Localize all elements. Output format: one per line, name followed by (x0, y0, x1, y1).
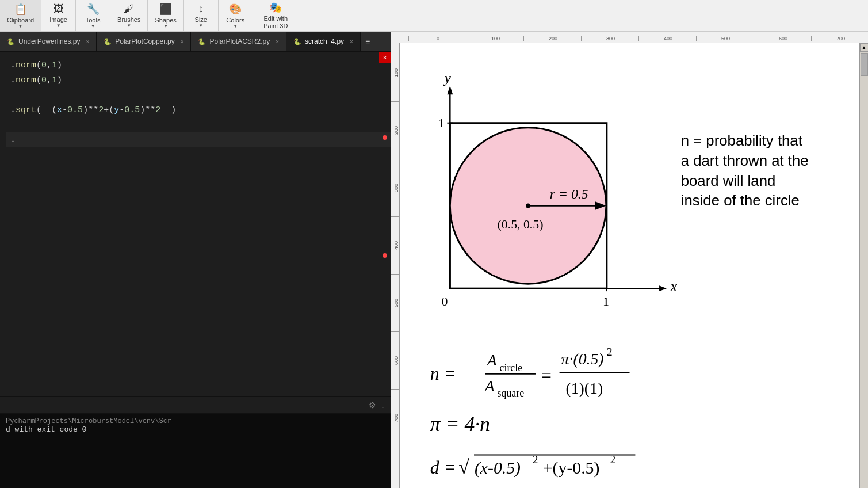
paint-toolbar: 📋 Clipboard ▼ 🖼 Image ▼ 🔧 Tools ▼ 🖌 Brus… (0, 0, 868, 32)
svg-text:2: 2 (533, 453, 538, 466)
close-icon-4[interactable]: × (350, 39, 353, 45)
ruler-top-marks: 0 100 200 300 400 500 600 700 (408, 36, 868, 41)
close-icon-1[interactable]: × (86, 39, 89, 45)
svg-text:n = probability that: n = probability that (681, 132, 802, 148)
svg-text:π·(0.5): π·(0.5) (561, 350, 604, 368)
terminal-path: PycharmProjects\MicroburstModel\venv\Scr (6, 417, 385, 425)
tab-polarplotcopper[interactable]: 🐍 PolarPlotCopper.py × (97, 32, 191, 51)
clipboard-label: Clipboard (7, 17, 34, 24)
svg-text:x: x (670, 278, 678, 295)
red-dot-1 (383, 135, 387, 140)
shapes-label: Shapes (155, 17, 176, 24)
ruler-mark-700: 700 (811, 36, 868, 41)
settings-icon[interactable]: ⚙ (369, 401, 376, 410)
svg-text:A: A (486, 351, 498, 369)
svg-text:√: √ (458, 456, 469, 478)
terminal-exit: d with exit code 0 (6, 425, 385, 434)
svg-text:n =: n = (430, 364, 456, 384)
code-line-5-empty (6, 117, 391, 132)
tools-arrow: ▼ (91, 24, 95, 29)
toolbar-brushes[interactable]: 🖌 Brushes ▼ (110, 0, 148, 31)
scroll-thumb[interactable] (861, 53, 868, 76)
ruler-mark-400: 400 (638, 36, 696, 41)
ruler-left-200: 200 (391, 102, 399, 159)
tab-bar: 🐍 UnderPowerlines.py × 🐍 PolarPlotCopper… (0, 32, 391, 52)
scrollbar-vertical[interactable]: ▲ (859, 43, 868, 488)
tab-underpowerlines[interactable]: 🐍 UnderPowerlines.py × (0, 32, 97, 51)
svg-text:a dart thrown at the: a dart thrown at the (681, 152, 809, 169)
brushes-label: Brushes (117, 16, 140, 23)
svg-text:circle: circle (500, 362, 523, 373)
svg-text:inside of the circle: inside of the circle (681, 192, 800, 208)
svg-text:π = 4·n: π = 4·n (430, 413, 490, 436)
ruler-left-600: 600 (391, 332, 399, 390)
toolbar-shapes[interactable]: ⬛ Shapes ▼ (148, 0, 183, 31)
image-icon: 🖼 (53, 3, 64, 15)
tab-polarplotacsr2[interactable]: 🐍 PolarPlotACSR2.py × (191, 32, 286, 51)
svg-text:+(y-0.5): +(y-0.5) (543, 459, 599, 478)
main-area: 🐍 UnderPowerlines.py × 🐍 PolarPlotCopper… (0, 32, 868, 488)
python-icon-3: 🐍 (198, 38, 206, 45)
code-line-3-empty (6, 87, 391, 102)
code-line-2: .norm(0,1) (6, 73, 391, 87)
ruler-left-100: 100 (391, 44, 399, 102)
ruler-mark-100: 100 (466, 36, 523, 41)
svg-text:y: y (442, 70, 451, 86)
code-line-6-cursor: . (6, 132, 391, 147)
paint-area: 0 100 200 300 400 500 600 700 100 200 30… (391, 32, 868, 488)
ruler-left-400: 400 (391, 217, 399, 274)
shapes-arrow: ▼ (163, 24, 168, 29)
paint3d-icon: 🎭 (269, 1, 282, 14)
brushes-icon: 🖌 (124, 3, 134, 15)
svg-text:2: 2 (607, 345, 613, 358)
close-button[interactable]: ✕ (379, 52, 391, 63)
python-icon-1: 🐍 (7, 38, 15, 45)
svg-text:=: = (541, 365, 552, 386)
close-icon-2[interactable]: × (181, 39, 184, 45)
brushes-arrow: ▼ (127, 23, 131, 28)
svg-text:(1)(1): (1)(1) (566, 379, 603, 397)
svg-text:r = 0.5: r = 0.5 (550, 186, 588, 201)
drawing-canvas[interactable]: y x 1 1 0 (400, 43, 859, 488)
tab-scratch4[interactable]: 🐍 scratch_4.py × (286, 32, 361, 51)
tab-label-polarplotcopper: PolarPlotCopper.py (115, 37, 174, 45)
toolbar-edit-paint3d[interactable]: 🎭 Edit withPaint 3D (253, 0, 299, 31)
clipboard-icon: 📋 (14, 3, 27, 16)
canvas-wrapper[interactable]: 100 200 300 400 500 600 700 (391, 43, 868, 488)
diagram-svg: y x 1 1 0 (400, 43, 859, 488)
ruler-left-500: 500 (391, 274, 399, 332)
svg-text:square: square (498, 387, 525, 399)
tools-label: Tools (86, 17, 101, 24)
ruler-mark-500: 500 (696, 36, 754, 41)
python-icon-2: 🐍 (104, 38, 112, 45)
toolbar-image[interactable]: 🖼 Image ▼ (41, 0, 76, 31)
size-arrow: ▼ (198, 23, 203, 28)
editor-content[interactable]: ✕ .norm(0,1) .norm(0,1) .sqrt( (x-0.5)**… (0, 52, 391, 396)
toolbar-colors[interactable]: 🎨 Colors ▼ (219, 0, 253, 31)
svg-text:1: 1 (603, 295, 609, 308)
colors-label: Colors (226, 17, 244, 24)
terminal-header: ⚙ ↓ (0, 396, 391, 414)
toolbar-tools[interactable]: 🔧 Tools ▼ (76, 0, 110, 31)
tab-overflow[interactable]: ≡ (361, 32, 374, 51)
ruler-left: 100 200 300 400 500 600 700 (391, 43, 400, 488)
ruler-mark-200: 200 (523, 36, 581, 41)
download-icon[interactable]: ↓ (381, 401, 385, 410)
size-label: Size (195, 16, 207, 23)
close-icon-3[interactable]: × (276, 39, 279, 45)
terminal-icons: ⚙ ↓ (369, 401, 385, 410)
tab-label-underpowerlines: UnderPowerlines.py (18, 37, 80, 45)
tab-label-polarplotacsr2: PolarPlotACSR2.py (209, 37, 270, 45)
svg-text:2: 2 (610, 453, 615, 466)
paint3d-label: Edit withPaint 3D (263, 15, 288, 30)
tools-icon: 🔧 (87, 3, 100, 16)
toolbar-size[interactable]: ↕ Size ▼ (184, 0, 219, 31)
size-icon: ↕ (198, 3, 204, 15)
image-label: Image (49, 16, 67, 23)
image-arrow: ▼ (56, 23, 61, 28)
colors-arrow: ▼ (233, 24, 238, 29)
ruler-mark-600: 600 (754, 36, 811, 41)
scroll-up-button[interactable]: ▲ (860, 43, 869, 52)
toolbar-clipboard[interactable]: 📋 Clipboard ▼ (0, 0, 41, 31)
svg-text:0: 0 (441, 295, 448, 308)
